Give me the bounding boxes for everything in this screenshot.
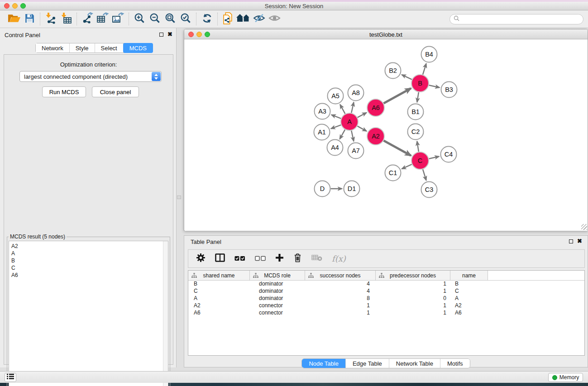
cell-shared-name[interactable]: A6	[188, 310, 250, 317]
graph-node-D[interactable]: D	[315, 181, 330, 197]
cell-name[interactable]: B	[450, 281, 488, 288]
cell-shared-name[interactable]: A2	[188, 302, 250, 310]
graph-edge-C-C4[interactable]	[429, 157, 439, 159]
mcds-result-item[interactable]: A6	[9, 272, 168, 279]
column-header-name[interactable]: name	[450, 271, 488, 280]
graph-edge-B-B3[interactable]	[429, 85, 440, 87]
graph-node-C2[interactable]: C2	[408, 124, 424, 140]
graph-edge-C-C1[interactable]	[402, 164, 412, 169]
mcds-result-item[interactable]: C	[9, 264, 168, 272]
task-history-button[interactable]	[5, 373, 16, 382]
import-table-button[interactable]	[58, 12, 74, 26]
column-header-predecessor-nodes[interactable]: predecessor nodes	[376, 271, 450, 280]
cell-predecessor-nodes[interactable]: 1	[376, 302, 450, 310]
cell-shared-name[interactable]: A	[188, 295, 250, 302]
tab-network-table[interactable]: Network Table	[389, 359, 440, 368]
cell-name[interactable]: A2	[450, 302, 488, 310]
table-row[interactable]: Bdominator41B	[188, 281, 584, 288]
table-row[interactable]: Adominator80A	[188, 295, 584, 302]
deselect-all-columns-icon[interactable]	[255, 255, 266, 263]
refresh-layout-button[interactable]	[199, 12, 215, 26]
cell-successor-nodes[interactable]: 1	[305, 302, 376, 310]
graph-node-A1[interactable]: A1	[314, 124, 330, 140]
graph-edge-A-A2[interactable]	[358, 126, 367, 131]
mcds-result-item[interactable]: A	[9, 250, 168, 257]
delete-table-button-disabled[interactable]	[311, 254, 322, 263]
zoom-in-button[interactable]	[132, 12, 147, 26]
search-input[interactable]	[462, 16, 579, 22]
graph-node-A8[interactable]: A8	[348, 85, 364, 101]
import-network-button[interactable]	[43, 12, 58, 26]
graph-edge-A-A7[interactable]	[351, 131, 354, 141]
cell-name[interactable]: C	[450, 288, 488, 295]
float-panel-icon[interactable]	[569, 239, 573, 243]
column-header-mcds-role[interactable]: MCDS role	[250, 271, 305, 280]
cell-predecessor-nodes[interactable]: 1	[376, 310, 450, 317]
zoom-selected-button[interactable]	[178, 12, 193, 26]
network-canvas[interactable]: AA1A2A3A4A5A6A7A8BB1B2B3B4CC1C2C3C4DD1	[185, 39, 588, 231]
cell-shared-name[interactable]: C	[188, 288, 250, 295]
graph-node-A[interactable]: A	[341, 113, 358, 130]
open-session-button[interactable]	[6, 12, 22, 26]
network-graph[interactable]: AA1A2A3A4A5A6A7A8BB1B2B3B4CC1C2C3C4DD1	[185, 39, 588, 231]
hide-eye-button[interactable]	[251, 12, 267, 26]
graph-edge-A-A8[interactable]	[351, 102, 354, 113]
graph-node-A5[interactable]: A5	[328, 88, 344, 104]
graph-node-B3[interactable]: B3	[441, 82, 457, 98]
zoom-out-button[interactable]	[147, 12, 163, 26]
graph-node-C[interactable]: C	[411, 152, 429, 169]
export-table-button[interactable]	[95, 12, 110, 26]
criterion-select[interactable]: largest connected component (directed)	[19, 71, 162, 82]
graph-edge-B-B1[interactable]	[417, 92, 418, 102]
graph-node-D1[interactable]: D1	[344, 181, 360, 197]
cell-predecessor-nodes[interactable]: 1	[376, 281, 450, 288]
graph-edge-A6-B[interactable]	[384, 88, 411, 103]
cell-mcds-role[interactable]: dominator	[250, 281, 305, 288]
graph-node-B2[interactable]: B2	[385, 63, 401, 79]
tab-style[interactable]: Style	[70, 43, 95, 52]
export-image-button[interactable]	[110, 12, 126, 26]
graph-node-B[interactable]: B	[411, 75, 429, 92]
graph-node-C1[interactable]: C1	[385, 165, 401, 181]
tab-motifs[interactable]: Motifs	[440, 359, 470, 368]
window-resize-grip[interactable]	[581, 224, 587, 230]
cell-predecessor-nodes[interactable]: 0	[376, 295, 450, 302]
add-column-button[interactable]	[275, 253, 284, 264]
table-row[interactable]: Cdominator41C	[188, 288, 584, 295]
graph-node-B4[interactable]: B4	[421, 47, 437, 62]
graph-node-A7[interactable]: A7	[348, 143, 364, 159]
close-panel-button[interactable]: Close panel	[92, 86, 139, 97]
graph-edge-B-B4[interactable]	[423, 64, 426, 75]
graph-edge-C-C2[interactable]	[417, 141, 419, 152]
graph-node-A3[interactable]: A3	[315, 104, 330, 119]
graph-edge-A2-C[interactable]	[384, 141, 411, 156]
search-box[interactable]	[449, 14, 583, 24]
cell-successor-nodes[interactable]: 1	[305, 310, 376, 317]
zoom-fit-button[interactable]	[163, 12, 178, 26]
show-eye-button[interactable]	[267, 12, 282, 26]
table-row[interactable]: A2connector11A2	[188, 302, 584, 310]
table-row[interactable]: A6connector11A6	[188, 310, 584, 317]
close-panel-icon[interactable]: ✖	[167, 32, 172, 37]
function-builder-button-disabled[interactable]: f(x)	[332, 254, 346, 263]
cell-mcds-role[interactable]: dominator	[250, 288, 305, 295]
cell-successor-nodes[interactable]: 4	[305, 281, 376, 288]
splitter-handle[interactable]	[177, 195, 181, 199]
tab-select[interactable]: Select	[95, 43, 124, 52]
graph-node-C4[interactable]: C4	[441, 147, 457, 162]
graph-edge-A-A1[interactable]	[331, 125, 341, 129]
cell-mcds-role[interactable]: dominator	[250, 295, 305, 302]
column-header-shared-name[interactable]: shared name	[188, 271, 250, 280]
export-network-button[interactable]	[80, 12, 95, 26]
delete-column-button[interactable]	[293, 253, 302, 264]
graph-node-A4[interactable]: A4	[327, 140, 343, 156]
memory-button[interactable]: Memory	[548, 373, 583, 382]
column-header-successor-nodes[interactable]: successor nodes	[305, 271, 376, 280]
mcds-result-item[interactable]: B	[9, 257, 168, 264]
table-settings-button[interactable]	[196, 253, 206, 264]
home-button[interactable]	[236, 12, 251, 26]
graph-edge-C-C3[interactable]	[423, 169, 426, 180]
tab-network[interactable]: Network	[36, 43, 70, 52]
clone-network-button[interactable]	[220, 12, 236, 26]
cell-name[interactable]: A	[450, 295, 488, 302]
